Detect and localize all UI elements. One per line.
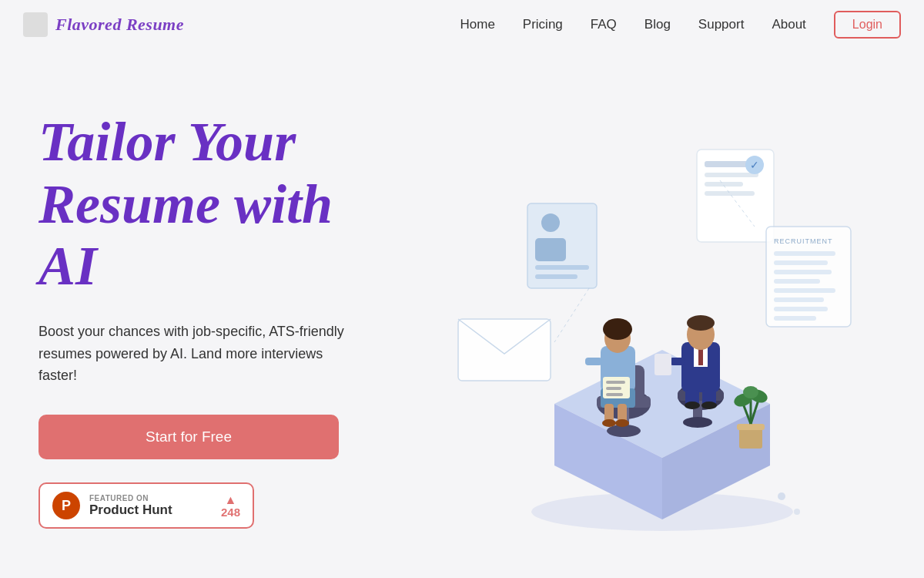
svg-rect-56 [585,358,602,365]
svg-rect-2 [705,173,758,177]
svg-rect-62 [737,424,765,430]
product-hunt-badge[interactable]: P FEATURED ON Product Hunt ▲ 248 [38,482,254,529]
svg-point-36 [683,417,712,428]
hero-title-line2: Resume with [38,173,333,235]
svg-point-55 [615,419,629,427]
hero-title-line3: AI [38,235,97,297]
svg-line-69 [554,288,589,342]
svg-rect-46 [670,358,685,365]
svg-point-44 [685,402,700,409]
ph-arrow-icon: ▲ [225,494,237,506]
svg-rect-21 [774,307,828,311]
svg-rect-10 [535,238,566,261]
svg-point-68 [743,386,758,398]
svg-point-50 [603,318,632,340]
product-hunt-text: FEATURED ON Product Hunt [89,494,172,518]
ph-count: 248 [221,506,240,518]
ph-featured-label: FEATURED ON [89,494,172,502]
hero-title: Tailor Your Resume with AI [38,111,408,297]
svg-rect-47 [654,354,671,375]
product-hunt-icon: P [52,492,80,519]
logo-icon [23,12,48,37]
svg-point-54 [602,419,616,427]
svg-text:✓: ✓ [750,159,759,171]
svg-point-45 [701,402,717,409]
nav-blog[interactable]: Blog [644,17,671,32]
svg-rect-59 [606,387,621,390]
hero-illustration: ✓ RECRU [435,103,866,550]
main-content: Tailor Your Resume with AI Boost your ch… [0,49,924,550]
svg-rect-60 [606,393,623,396]
logo-area: Flavored Resume [23,12,184,37]
svg-point-9 [541,213,560,232]
hero-subtitle: Boost your chances with job-specific, AT… [38,321,362,387]
svg-rect-20 [774,297,824,302]
left-section: Tailor Your Resume with AI Boost your ch… [38,96,408,529]
logo-text[interactable]: Flavored Resume [55,15,184,35]
svg-rect-11 [535,265,589,270]
svg-rect-58 [606,381,625,384]
svg-rect-4 [705,191,755,196]
hero-title-line1: Tailor Your [38,111,296,173]
nav-pricing[interactable]: Pricing [523,17,563,32]
svg-text:RECRUITMENT: RECRUITMENT [774,237,833,245]
svg-point-41 [687,315,715,331]
ph-brand: Product Hunt [89,502,172,518]
nav-home[interactable]: Home [460,17,494,32]
svg-point-72 [794,509,800,515]
start-free-button[interactable]: Start for Free [38,415,339,459]
svg-rect-7 [458,319,551,381]
nav-faq[interactable]: FAQ [591,17,617,32]
svg-rect-16 [774,260,828,265]
main-nav: Home Pricing FAQ Blog Support About Logi… [460,11,901,39]
svg-rect-18 [774,279,820,284]
svg-rect-17 [774,270,832,274]
scene-svg: ✓ RECRU [435,103,866,550]
right-section: ✓ RECRU [408,96,893,550]
svg-point-71 [778,492,785,500]
nav-support[interactable]: Support [698,17,745,32]
svg-rect-22 [774,316,816,321]
svg-rect-15 [774,251,835,256]
nav-about[interactable]: About [772,17,805,32]
ph-count-area: ▲ 248 [221,494,240,518]
svg-rect-12 [535,274,578,279]
login-button[interactable]: Login [834,11,901,39]
svg-rect-61 [739,427,762,449]
svg-rect-1 [705,161,751,167]
svg-rect-19 [774,288,835,293]
